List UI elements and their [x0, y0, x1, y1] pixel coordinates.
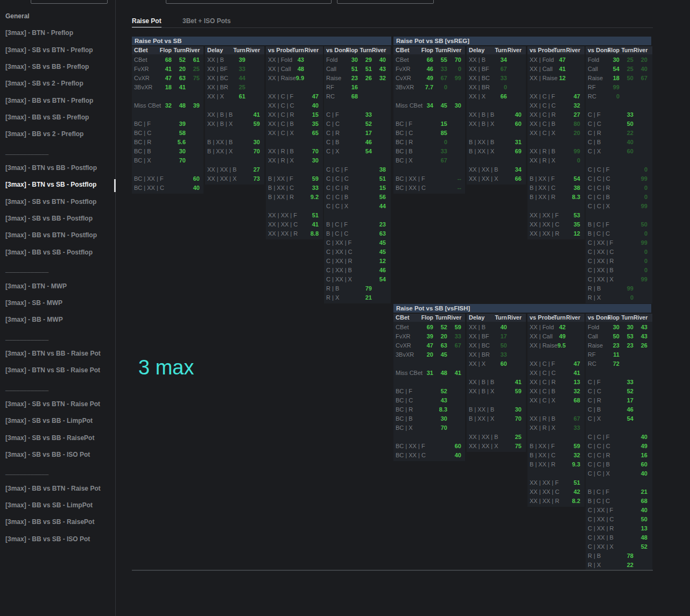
stat-row[interactable]: Raise232326 [586, 341, 652, 350]
stat-row[interactable]: C | XX | B0 [586, 266, 652, 275]
stat-row[interactable]: BC | B33 [393, 147, 465, 156]
sidebar-item[interactable]: [3max] - BB vs BTN - Raise Pot [0, 480, 115, 497]
stat-row[interactable]: C | XX | X52 [586, 542, 652, 551]
sidebar-item-selected[interactable]: [3max] - BTN vs SB - Postflop [0, 176, 115, 193]
stat-row[interactable]: XX | XX | F53 [527, 211, 585, 220]
sidebar-item[interactable]: [3max] - BB vs BTN - Postflop [0, 227, 115, 244]
stat-row[interactable]: XX | B40 [467, 323, 526, 332]
stat-row[interactable]: FvXR46330 [393, 65, 465, 74]
stat-row[interactable]: XX | XX | B34 [467, 165, 526, 174]
stat-row[interactable]: R | B79 [324, 284, 391, 293]
stat-row[interactable]: CBet695259 [393, 323, 465, 332]
stat-row[interactable]: C | C | B0 [586, 193, 652, 202]
stat-row[interactable]: XX | R | X33 [527, 423, 585, 433]
stat-row[interactable]: Call542540 [586, 65, 652, 74]
sidebar-item[interactable]: [3max] - BB vs SB - ISO Pot [0, 531, 115, 548]
stat-row[interactable]: C | C | R16 [586, 451, 652, 460]
stat-row[interactable]: RC0 [586, 92, 652, 101]
stat-row[interactable]: C | XX | C0 [586, 247, 652, 257]
stat-row[interactable]: B | XX | B30 [205, 138, 264, 147]
stat-row[interactable]: CBet685261 [132, 55, 203, 65]
stat-row[interactable]: C | XX | R13 [586, 524, 652, 533]
stat-row[interactable]: FvXR412025 [132, 65, 203, 74]
stat-row[interactable]: XX | XX | X75 [467, 442, 526, 451]
sidebar-item[interactable]: [3max] - SB vs BB - LimpPot [0, 413, 115, 429]
sidebar-item[interactable]: [3max] - BTN vs BB - Raise Pot [0, 345, 115, 362]
sidebar-item[interactable]: [3max] - BTN vs BB - Postflop [0, 160, 115, 176]
stat-row[interactable]: XX | XX | B27 [205, 165, 264, 174]
stat-row[interactable]: XX | C | F47 [527, 92, 585, 101]
stat-row[interactable]: B | C | C63 [324, 229, 391, 238]
sidebar-item[interactable]: [3max] - BB vs SB - LimpPot [0, 497, 115, 514]
stat-row[interactable]: XX | XX | C42 [527, 487, 585, 497]
stat-row[interactable]: XX | BC50 [467, 341, 526, 350]
stat-row[interactable]: XX | X66 [467, 92, 526, 101]
sidebar-item[interactable]: [3max] - BTN - Preflop [0, 25, 115, 41]
stat-row[interactable]: XX | XX | F51 [266, 211, 323, 220]
stat-row[interactable]: BC | F39 [132, 119, 203, 129]
stat-row[interactable]: B | XX | B31 [467, 138, 526, 147]
stat-row[interactable]: XX | Raise9.9 [266, 74, 323, 83]
stat-row[interactable]: XX | Call48 [266, 65, 323, 74]
stat-row[interactable]: BC | B30 [132, 147, 203, 156]
stat-row[interactable]: C | C | R15 [324, 183, 391, 193]
stat-row[interactable]: BC | XX | F60 [393, 442, 465, 451]
stat-row[interactable]: Call515143 [324, 65, 391, 74]
sidebar-item[interactable]: [3max] - SB vs BB - RaisePot [0, 430, 115, 447]
stat-row[interactable]: 3BvXR1841 [132, 83, 203, 92]
stat-row[interactable]: XX | C | C40 [266, 101, 323, 110]
stat-row[interactable]: B | C | F23 [324, 220, 391, 229]
stat-row[interactable]: BC | R8.3 [393, 405, 465, 414]
stat-row[interactable]: XX | B39 [205, 55, 264, 65]
stat-row[interactable]: R | B99 [586, 284, 652, 293]
stat-row[interactable]: XX | XX | F51 [527, 478, 585, 487]
stat-row[interactable]: BC | XX | C-- [393, 183, 465, 193]
stat-row[interactable]: C | C | B60 [586, 460, 652, 469]
stat-row[interactable]: RF16 [324, 83, 391, 92]
stat-row[interactable]: XX | X61 [205, 92, 264, 101]
sidebar-item[interactable]: [3max] - SB vs 2 - Preflop [0, 75, 115, 92]
stat-row[interactable]: C | F33 [324, 110, 391, 119]
stat-row[interactable]: C | XX | C45 [324, 247, 391, 257]
stat-row[interactable]: C | XX | X99 [586, 275, 652, 284]
stat-row[interactable]: BC | XX | F-- [393, 174, 465, 183]
stat-row[interactable]: BC | XX | C40 [132, 183, 203, 193]
stat-row[interactable]: XX | BF67 [467, 65, 526, 74]
stat-row[interactable]: RF11 [586, 350, 652, 359]
stat-row[interactable]: B | XX | C32 [527, 451, 585, 460]
stat-row[interactable]: R | X21 [324, 293, 391, 302]
stat-row[interactable]: B | XX | F59 [527, 442, 585, 451]
tab-raise-pot[interactable]: Raise Pot [132, 15, 161, 28]
stat-row[interactable]: XX | R | B67 [527, 414, 585, 423]
stat-row[interactable]: BC | R5.6 [132, 138, 203, 147]
stat-row[interactable]: C | C52 [324, 119, 391, 129]
stat-row[interactable]: XX | C | R15 [266, 110, 323, 119]
stat-row[interactable]: C | XX | C50 [586, 515, 652, 524]
stat-row[interactable]: C | C | C49 [586, 442, 652, 451]
stat-row[interactable]: RF99 [586, 83, 652, 92]
sidebar-item[interactable]: [3max] - BB vs 2 - Preflop [0, 126, 115, 143]
stat-row[interactable]: RC68 [324, 92, 391, 101]
stat-row[interactable]: C | C | X99 [586, 202, 652, 211]
sidebar-item[interactable]: [3max] - BTN - MWP [0, 278, 115, 295]
sidebar-item[interactable]: [3max] - BTN vs SB - Raise Pot [0, 362, 115, 379]
stat-row[interactable]: Raise232632 [324, 74, 391, 83]
stat-row[interactable]: XX | BC33 [467, 74, 526, 83]
stat-row[interactable]: XX | BF17 [467, 332, 526, 341]
stat-row[interactable]: B | XX | B30 [467, 405, 526, 414]
stat-row[interactable]: XX | XX | R12 [527, 229, 585, 238]
stat-row[interactable]: C | B46 [586, 405, 652, 414]
stat-row[interactable]: XX | BR25 [205, 83, 264, 92]
stat-row[interactable]: Fold302940 [324, 55, 391, 65]
stat-row[interactable]: XX | Fold47 [527, 55, 585, 65]
stat-row[interactable]: XX | BR0 [467, 83, 526, 92]
stat-row[interactable]: B | XX | X70 [467, 414, 526, 423]
stat-row[interactable]: XX | C | B80 [527, 119, 585, 129]
stat-row[interactable]: C | X54 [324, 147, 391, 156]
stat-row[interactable]: C | C | F0 [586, 165, 652, 174]
stat-row[interactable]: B | XX | R9.3 [527, 460, 585, 469]
stat-row[interactable]: BC | XX | C40 [393, 451, 465, 460]
top-input-3[interactable] [337, 0, 434, 4]
stat-row[interactable]: C | F33 [586, 110, 652, 119]
stat-row[interactable]: Fold302520 [586, 55, 652, 65]
